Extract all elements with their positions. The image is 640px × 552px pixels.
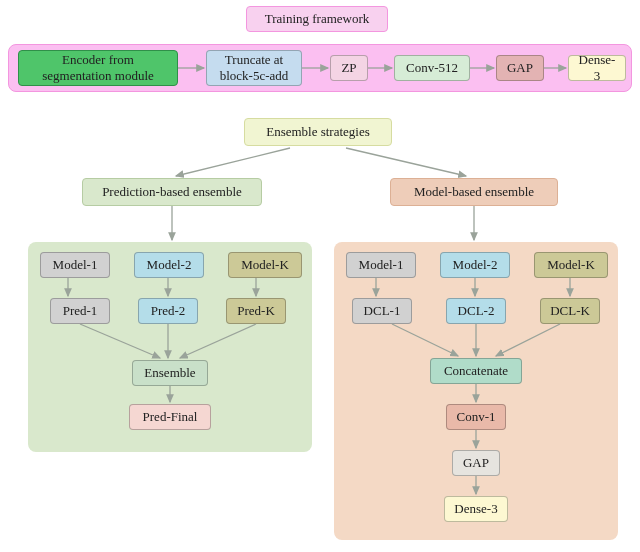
ensemble-box: Ensemble: [132, 360, 208, 386]
zp-block: ZP: [330, 55, 368, 81]
model-ensemble-title: Model-based ensemble: [390, 178, 558, 206]
m-gap-box: GAP: [452, 450, 500, 476]
encoder-block: Encoder from segmentation module: [18, 50, 178, 86]
m-dense3-box: Dense-3: [444, 496, 508, 522]
pred-2: Pred-2: [138, 298, 198, 324]
m-model-2: Model-2: [440, 252, 510, 278]
pred-model-2: Model-2: [134, 252, 204, 278]
m-model-k: Model-K: [534, 252, 608, 278]
ensemble-strategies-header: Ensemble strategies: [244, 118, 392, 146]
conv1-box: Conv-1: [446, 404, 506, 430]
pred-model-1: Model-1: [40, 252, 110, 278]
pred-k: Pred-K: [226, 298, 286, 324]
svg-line-6: [346, 148, 466, 176]
dcl-2: DCL-2: [446, 298, 506, 324]
training-framework-header: Training framework: [246, 6, 388, 32]
pred-1: Pred-1: [50, 298, 110, 324]
truncate-block: Truncate at block-5c-add: [206, 50, 302, 86]
dense3-block: Dense-3: [568, 55, 626, 81]
svg-line-5: [176, 148, 290, 176]
m-model-1: Model-1: [346, 252, 416, 278]
pred-model-k: Model-K: [228, 252, 302, 278]
dcl-k: DCL-K: [540, 298, 600, 324]
concatenate-box: Concatenate: [430, 358, 522, 384]
conv512-block: Conv-512: [394, 55, 470, 81]
gap-block: GAP: [496, 55, 544, 81]
pred-final: Pred-Final: [129, 404, 211, 430]
pred-ensemble-title: Prediction-based ensemble: [82, 178, 262, 206]
dcl-1: DCL-1: [352, 298, 412, 324]
